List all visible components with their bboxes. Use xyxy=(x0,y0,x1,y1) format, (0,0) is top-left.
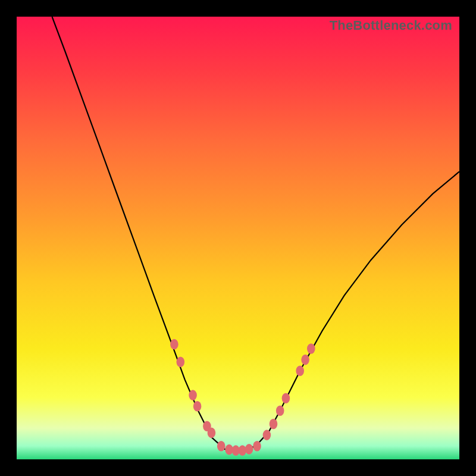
curve-layer xyxy=(17,17,459,459)
data-marker xyxy=(170,339,178,350)
bottleneck-curve xyxy=(52,17,460,450)
data-marker xyxy=(282,393,290,404)
data-marker xyxy=(270,419,278,430)
data-marker xyxy=(253,441,261,452)
data-marker xyxy=(301,355,309,365)
data-marker xyxy=(208,428,216,439)
data-marker xyxy=(307,343,315,354)
data-marker xyxy=(189,390,197,400)
marker-group xyxy=(170,339,315,456)
watermark-text: TheBottleneck.com xyxy=(330,18,452,33)
data-marker xyxy=(193,401,202,412)
data-marker xyxy=(276,405,284,416)
data-marker xyxy=(263,430,271,440)
plot-area: TheBottleneck.com xyxy=(17,17,459,459)
data-marker xyxy=(245,444,253,455)
data-marker xyxy=(296,365,304,376)
data-marker xyxy=(177,357,185,368)
data-marker xyxy=(217,441,226,452)
frame: TheBottleneck.com xyxy=(0,0,476,476)
